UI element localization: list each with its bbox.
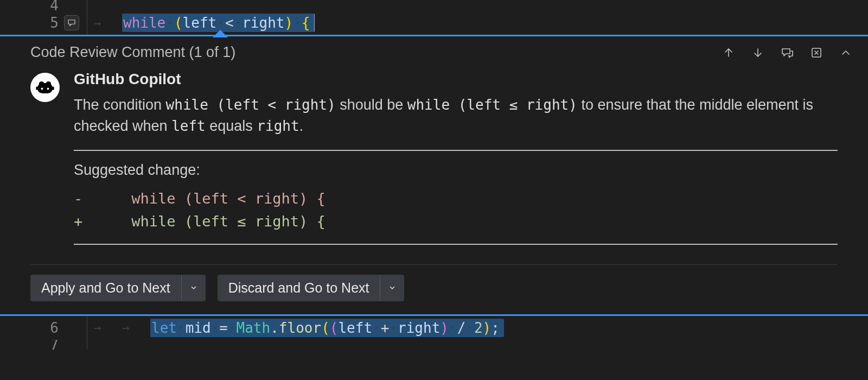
collapse-panel-button[interactable] [839,46,853,60]
divider [30,264,838,265]
svg-point-4 [41,87,43,90]
discard-and-next-button[interactable]: Discard and Go to Next [218,275,380,301]
line-number: 4 [43,0,59,11]
suggested-change-label: Suggested change: [74,162,838,179]
comment-body: The condition while (left < right) shoul… [74,94,838,137]
discard-button-group: Discard and Go to Next [218,275,405,301]
svg-point-5 [47,87,49,90]
svg-rect-3 [46,81,52,87]
diff-added-line: + while (left ≤ right) { [74,210,838,233]
review-header-title: Code Review Comment (1 of 1) [30,44,235,61]
diff-removed-line: - while (left < right) { [74,187,838,210]
next-comment-button[interactable] [751,46,765,60]
svg-rect-6 [36,86,37,90]
comment-author: GitHub Copilot [74,71,838,88]
svg-rect-7 [52,86,54,90]
code-line[interactable]: 7 [0,340,868,350]
review-header: Code Review Comment (1 of 1) [0,36,868,66]
comment-gutter-icon[interactable] [64,15,79,30]
line-number: 6 [43,320,59,336]
code-review-panel: Code Review Comment (1 of 1) [0,35,868,316]
whitespace-tab-icon: → [94,16,122,30]
apply-dropdown-button[interactable] [181,275,206,301]
diff-block: - while (left < right) { + while (left ≤… [74,187,838,233]
divider [74,150,838,151]
code-line[interactable]: 4 [0,0,868,11]
apply-and-next-button[interactable]: Apply and Go to Next [30,275,181,301]
whitespace-tab-icon: → [94,321,122,334]
panel-pointer-icon [213,30,228,37]
add-comment-button[interactable] [780,46,794,60]
line-number: 7 [43,340,59,350]
discard-dropdown-button[interactable] [380,275,404,301]
code-line[interactable]: 6 → → let·mid·=·Math.floor((left·+·right… [0,316,868,340]
divider [74,244,838,245]
line-number: 5 [43,15,59,31]
svg-rect-2 [39,81,44,87]
whitespace-tab-icon: → [122,321,150,334]
delete-comment-button[interactable] [809,46,824,60]
copilot-avatar-icon [30,73,60,102]
code-content: let·mid·=·Math.floor((left·+·right)·/·2)… [150,319,504,337]
apply-button-group: Apply and Go to Next [30,275,206,301]
code-content: while·(left·<·right)·{ [122,14,315,32]
code-line[interactable]: 5 → while·(left·<·right)·{ [0,11,868,35]
previous-comment-button[interactable] [722,46,736,60]
